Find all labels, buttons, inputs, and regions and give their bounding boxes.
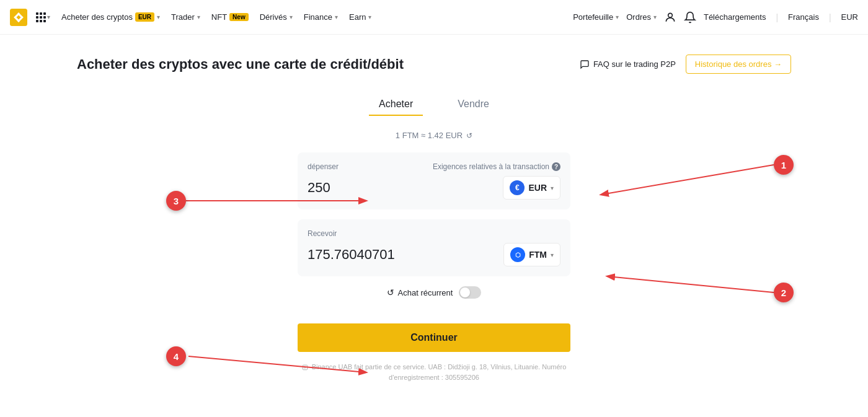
nav-ordres[interactable]: Ordres ▾ — [626, 12, 657, 22]
nav-downloads[interactable]: Téléchargements — [704, 12, 766, 22]
history-button[interactable]: Historique des ordres → — [686, 55, 791, 74]
nav-currency[interactable]: EUR — [841, 12, 858, 22]
annotation-2: 2 — [774, 283, 794, 302]
footer-note: Binance UAB fait partie de ce service. U… — [298, 362, 570, 382]
nav-item-earn[interactable]: Earn ▾ — [344, 9, 376, 25]
checkbox-icon — [302, 364, 308, 371]
eur-badge: EUR — [135, 12, 154, 22]
svg-line-2 — [601, 165, 774, 195]
continue-button[interactable]: Continuer — [298, 323, 570, 352]
ftm-label: FTM — [529, 250, 547, 260]
chevron-down-icon: ▾ — [197, 14, 200, 20]
page-header: Acheter des cryptos avec une carte de cr… — [77, 55, 791, 74]
info-icon: ? — [552, 162, 560, 171]
annotation-1: 1 — [774, 155, 794, 175]
eur-currency-selector[interactable]: € EUR ▾ — [503, 176, 560, 200]
chevron-down-icon: ▾ — [653, 14, 657, 20]
nav-portefeuille[interactable]: Portefeuille ▾ — [573, 12, 619, 22]
nav-item-derives[interactable]: Dérivés ▾ — [255, 9, 298, 25]
annotation-3: 3 — [166, 191, 186, 211]
recurring-icon: ↺ — [387, 288, 394, 297]
page-title: Acheter des cryptos avec une carte de cr… — [77, 56, 404, 72]
recurring-label: ↺ Achat récurrent — [387, 288, 453, 297]
faq-link[interactable]: FAQ sur le trading P2P — [580, 59, 676, 69]
nav-language[interactable]: Français — [788, 12, 819, 22]
tab-vendre[interactable]: Vendre — [448, 94, 499, 116]
chevron-down-icon: ▾ — [616, 14, 619, 20]
rate-display: 1 FTM ≈ 1.42 EUR ↺ — [298, 131, 570, 140]
nav-item-trader[interactable]: Trader ▾ — [166, 9, 205, 25]
apps-grid-button[interactable]: ▾ — [32, 10, 54, 25]
form-container: Acheter Vendre 1 FTM ≈ 1.42 EUR ↺ dépens… — [298, 94, 570, 382]
tab-acheter[interactable]: Acheter — [369, 94, 423, 116]
receive-input-row: ⬡ FTM ▾ — [308, 243, 560, 266]
tabs: Acheter Vendre — [298, 94, 570, 116]
svg-rect-0 — [10, 9, 27, 26]
chevron-down-icon: ▾ — [157, 14, 160, 20]
recurring-toggle[interactable] — [459, 286, 481, 299]
receive-label: Recevoir — [308, 229, 337, 238]
chevron-down-icon: ▾ — [368, 14, 371, 20]
divider: | — [829, 12, 831, 22]
nav-item-finance[interactable]: Finance ▾ — [299, 9, 343, 25]
eur-icon: € — [510, 180, 525, 195]
chevron-down-icon: ▾ — [335, 14, 338, 20]
logo[interactable] — [10, 9, 27, 26]
receive-section: Recevoir ⬡ FTM ▾ — [298, 219, 570, 276]
chevron-down-icon: ▾ — [290, 14, 293, 20]
ftm-icon: ⬡ — [510, 247, 525, 262]
page-header-actions: FAQ sur le trading P2P Historique des or… — [580, 55, 791, 74]
chevron-down-icon: ▾ — [551, 185, 554, 191]
new-badge: New — [229, 13, 249, 21]
svg-rect-6 — [303, 365, 308, 370]
nav-item-nft[interactable]: NFT New — [206, 9, 254, 25]
requirements-label: Exigences relatives à la transaction ? — [433, 162, 560, 171]
receive-section-header: Recevoir — [308, 229, 560, 238]
eur-label: EUR — [528, 183, 547, 193]
svg-point-1 — [668, 13, 673, 17]
nav-bell-icon[interactable] — [684, 11, 696, 24]
svg-line-3 — [608, 276, 774, 292]
page-content: 1 2 3 4 Acheter des cryptos avec une car… — [62, 35, 806, 402]
spend-label: dépenser — [308, 162, 339, 171]
recurring-row: ↺ Achat récurrent — [298, 286, 570, 299]
navbar: ▾ Acheter des cryptos EUR ▾ Trader ▾ NFT… — [0, 0, 868, 35]
nav-items: Acheter des cryptos EUR ▾ Trader ▾ NFT N… — [56, 9, 573, 25]
divider: | — [776, 12, 778, 22]
spend-section: dépenser Exigences relatives à la transa… — [298, 152, 570, 209]
chat-icon — [580, 59, 590, 69]
nav-right: Portefeuille ▾ Ordres ▾ Téléchargements … — [573, 11, 858, 24]
spend-section-header: dépenser Exigences relatives à la transa… — [308, 162, 560, 171]
ftm-currency-selector[interactable]: ⬡ FTM ▾ — [503, 243, 560, 266]
chevron-down-icon: ▾ — [551, 252, 554, 258]
spend-amount-input[interactable] — [308, 180, 419, 196]
rate-refresh-icon[interactable]: ↺ — [466, 131, 472, 140]
annotation-4: 4 — [166, 346, 186, 366]
receive-amount-input[interactable] — [308, 247, 419, 263]
chevron-down-icon: ▾ — [47, 14, 50, 20]
nav-account-icon[interactable] — [664, 11, 676, 24]
grid-icon — [36, 12, 46, 22]
spend-input-row: € EUR ▾ — [308, 176, 560, 200]
nav-item-buy-crypto[interactable]: Acheter des cryptos EUR ▾ — [56, 9, 165, 25]
